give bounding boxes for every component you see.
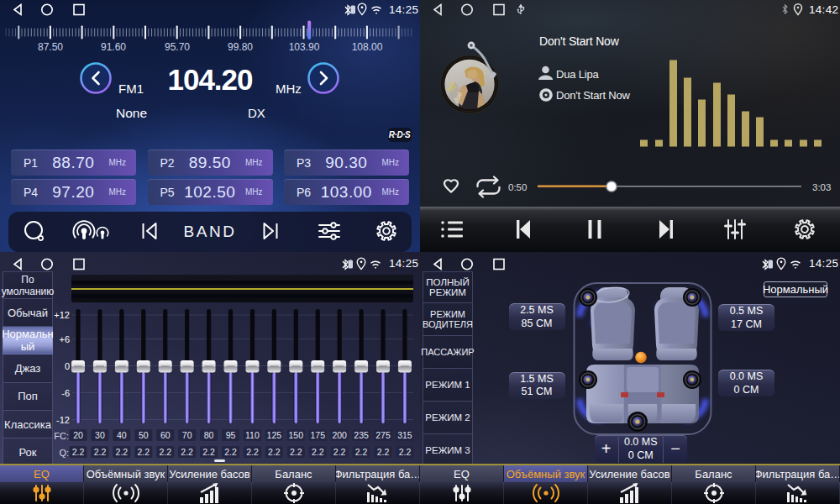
svg-text:110: 110 xyxy=(245,430,260,440)
svg-text:2.2: 2.2 xyxy=(159,447,171,457)
svg-text:2.2: 2.2 xyxy=(399,447,412,457)
svg-text:2.2: 2.2 xyxy=(355,447,368,457)
svg-text:2.2: 2.2 xyxy=(333,447,346,457)
svg-text:2.2: 2.2 xyxy=(116,447,129,457)
svg-text:2.2: 2.2 xyxy=(246,447,259,457)
svg-text:30: 30 xyxy=(95,430,105,440)
svg-text:125: 125 xyxy=(267,430,282,440)
svg-text:Don't Start Now: Don't Start Now xyxy=(556,89,630,102)
svg-text:2.2: 2.2 xyxy=(94,447,107,457)
svg-text:2.2: 2.2 xyxy=(290,447,302,457)
svg-text:0:50: 0:50 xyxy=(508,182,527,192)
svg-text:70: 70 xyxy=(182,430,192,440)
svg-text:95: 95 xyxy=(226,430,236,440)
svg-text:2.2: 2.2 xyxy=(181,447,193,457)
svg-text:80: 80 xyxy=(204,430,214,440)
svg-text:275: 275 xyxy=(375,430,391,440)
svg-text:2.2: 2.2 xyxy=(268,447,281,457)
svg-text:200: 200 xyxy=(332,430,347,440)
svg-text:150: 150 xyxy=(289,430,304,440)
svg-text:175: 175 xyxy=(310,430,325,440)
svg-text:50: 50 xyxy=(139,430,149,440)
svg-text:2.2: 2.2 xyxy=(377,447,390,457)
svg-text:235: 235 xyxy=(354,430,369,440)
svg-text:2.2: 2.2 xyxy=(202,447,215,457)
svg-text:2.2: 2.2 xyxy=(137,447,150,457)
svg-text:2.2: 2.2 xyxy=(72,447,85,457)
svg-text:Dua Lipa: Dua Lipa xyxy=(556,68,599,81)
svg-text:315: 315 xyxy=(397,430,412,440)
svg-text:Don't Start Now: Don't Start Now xyxy=(539,34,620,48)
svg-text:3:03: 3:03 xyxy=(812,182,831,192)
svg-text:2.2: 2.2 xyxy=(224,447,237,457)
svg-text:2.2: 2.2 xyxy=(312,447,324,457)
svg-text:60: 60 xyxy=(160,430,171,440)
svg-text:20: 20 xyxy=(73,430,83,440)
svg-text:40: 40 xyxy=(117,430,127,440)
svg-text:BAND: BAND xyxy=(184,223,237,240)
